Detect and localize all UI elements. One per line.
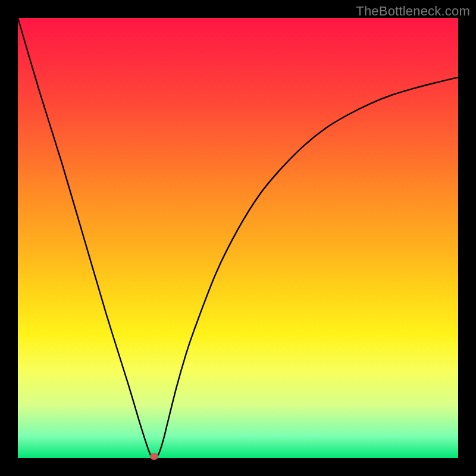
chart-frame: TheBottleneck.com	[0, 0, 476, 476]
minimum-marker	[150, 453, 158, 460]
curve-path	[18, 18, 458, 458]
watermark-text: TheBottleneck.com	[356, 4, 470, 19]
bottleneck-curve	[18, 18, 458, 458]
plot-area	[18, 18, 458, 458]
